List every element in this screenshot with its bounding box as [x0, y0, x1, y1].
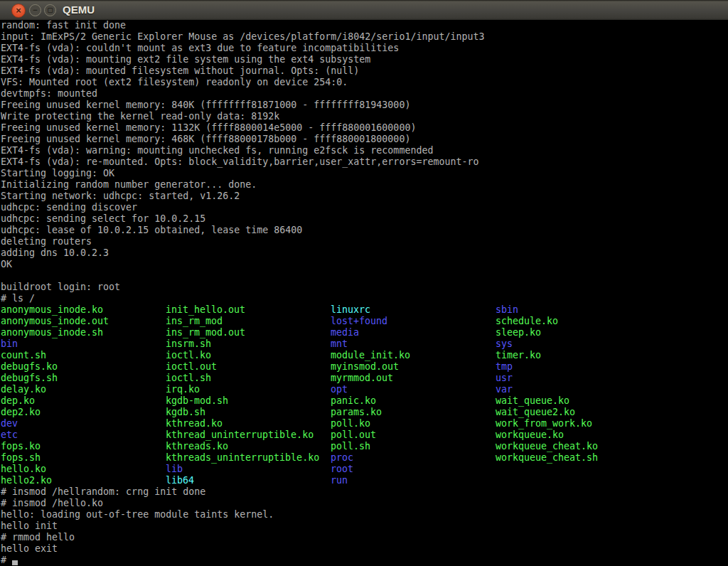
ls-entry: opt	[331, 384, 496, 395]
ls-entry: root	[331, 464, 496, 475]
terminal-line: Initializing random number generator... …	[0, 179, 728, 191]
terminal-line: hello: loading out-of-tree module taints…	[0, 509, 728, 520]
ls-entry: params.ko	[331, 407, 496, 418]
ls-entry: sys	[496, 338, 660, 350]
ls-entry: lost+found	[331, 316, 496, 327]
ls-entry: run	[331, 475, 496, 486]
ls-entry: hello.ko	[1, 464, 166, 475]
ls-entry: irq.ko	[166, 384, 331, 395]
terminal-line: bininsrm.shmntsys	[0, 338, 728, 350]
terminal-line: anonymous_inode.shins_rm_mod.outmediasle…	[0, 327, 728, 338]
terminal-line: dep.kokgdb-mod.shpanic.kowait_queue.ko	[0, 395, 728, 407]
minimize-button[interactable]: −	[29, 4, 41, 16]
ls-entry: sleep.ko	[496, 327, 660, 338]
ls-entry: anonymous_inode.sh	[1, 327, 166, 338]
terminal-line: fops.shkthreads_uninterruptible.koprocwo…	[0, 452, 728, 464]
ls-entry: ins_rm_mod.out	[166, 327, 331, 338]
terminal-line	[0, 270, 728, 282]
ls-entry: ioctl.sh	[166, 373, 331, 384]
ls-entry: dep2.ko	[1, 407, 166, 418]
terminal-cursor	[12, 560, 18, 565]
ls-entry: etc	[1, 429, 166, 441]
terminal-line: EXT4-fs (vda): warning: mounting uncheck…	[0, 145, 728, 156]
terminal-line: etckthread_uninterruptible.kopoll.outwor…	[0, 429, 728, 441]
ls-entry: ioctl.ko	[166, 350, 331, 361]
terminal-line: random: fast init done	[0, 20, 728, 31]
ls-entry: module_init.ko	[331, 350, 496, 361]
terminal[interactable]: random: fast init doneinput: ImExPS/2 Ge…	[0, 20, 728, 566]
ls-entry: fops.ko	[1, 441, 166, 452]
terminal-line: Starting network: udhcpc: started, v1.26…	[0, 191, 728, 202]
terminal-line: input: ImExPS/2 Generic Explorer Mouse a…	[0, 31, 728, 43]
ls-entry: delay.ko	[1, 384, 166, 395]
ls-entry: poll.sh	[331, 441, 496, 452]
ls-entry: panic.ko	[331, 395, 496, 407]
ls-entry: hello2.ko	[1, 475, 166, 486]
ls-entry: var	[496, 384, 660, 395]
ls-entry: usr	[496, 373, 660, 384]
terminal-line: count.shioctl.komodule_init.kotimer.ko	[0, 350, 728, 361]
ls-entry: ioctl.out	[166, 361, 331, 373]
terminal-line: hello init	[0, 520, 728, 532]
ls-entry: proc	[331, 452, 496, 464]
window-titlebar[interactable]: × − ▢ QEMU	[0, 0, 728, 20]
terminal-line: Freeing unused kernel memory: 1132K (fff…	[0, 122, 728, 134]
terminal-line: hello.kolibroot	[0, 464, 728, 475]
ls-entry: dev	[1, 418, 166, 429]
ls-entry: fops.sh	[1, 452, 166, 464]
ls-entry: kgdb-mod.sh	[166, 395, 331, 407]
terminal-line: Freeing unused kernel memory: 468K (ffff…	[0, 134, 728, 145]
ls-entry: linuxrc	[331, 304, 496, 316]
terminal-line: debugfs.shioctl.shmyrmmod.outusr	[0, 373, 728, 384]
terminal-line: fops.kokthreads.kopoll.shworkqueue_cheat…	[0, 441, 728, 452]
ls-entry: lib	[166, 464, 331, 475]
ls-entry: lib64	[166, 475, 331, 486]
ls-entry: workqueue_cheat.sh	[496, 452, 660, 464]
terminal-line: Starting logging: OK	[0, 168, 728, 179]
ls-entry: anonymous_inode.out	[1, 316, 166, 327]
ls-entry: count.sh	[1, 350, 166, 361]
terminal-line: EXT4-fs (vda): re-mounted. Opts: block_v…	[0, 156, 728, 168]
terminal-line: adding dns 10.0.2.3	[0, 247, 728, 259]
ls-entry: debugfs.ko	[1, 361, 166, 373]
terminal-line: Freeing unused kernel memory: 840K (ffff…	[0, 100, 728, 111]
terminal-line: EXT4-fs (vda): couldn't mount as ext3 du…	[0, 43, 728, 54]
ls-entry: kthread_uninterruptible.ko	[166, 429, 331, 441]
terminal-line: anonymous_inode.koinit_hello.outlinuxrcs…	[0, 304, 728, 316]
terminal-line: dep2.kokgdb.shparams.kowait_queue2.ko	[0, 407, 728, 418]
terminal-line: udhcpc: lease of 10.0.2.15 obtained, lea…	[0, 225, 728, 236]
ls-entry: ins_rm_mod	[166, 316, 331, 327]
maximize-button[interactable]: ▢	[44, 4, 56, 16]
terminal-line: EXT4-fs (vda): mounted filesystem withou…	[0, 65, 728, 77]
ls-entry: wait_queue2.ko	[496, 407, 660, 418]
terminal-line: # ls /	[0, 293, 728, 304]
ls-entry: dep.ko	[1, 395, 166, 407]
terminal-line: # insmod /hellrandom: crng init done	[0, 486, 728, 498]
ls-entry: init_hello.out	[166, 304, 331, 316]
close-button[interactable]: ×	[11, 4, 26, 18]
ls-entry: workqueue.ko	[496, 429, 660, 441]
ls-entry: kthreads.ko	[166, 441, 331, 452]
terminal-line: OK	[0, 259, 728, 270]
ls-entry: insrm.sh	[166, 338, 331, 350]
terminal-line: devkthread.kopoll.kowork_from_work.ko	[0, 418, 728, 429]
ls-entry: poll.ko	[331, 418, 496, 429]
ls-entry: tmp	[496, 361, 660, 373]
ls-entry: poll.out	[331, 429, 496, 441]
ls-entry: timer.ko	[496, 350, 660, 361]
terminal-line: devtmpfs: mounted	[0, 88, 728, 100]
ls-entry: debugfs.sh	[1, 373, 166, 384]
terminal-line: udhcpc: sending discover	[0, 202, 728, 213]
terminal-line: Write protecting the kernel read-only da…	[0, 111, 728, 122]
ls-entry: myrmmod.out	[331, 373, 496, 384]
ls-entry: wait_queue.ko	[496, 395, 660, 407]
prompt-line: #	[0, 555, 728, 566]
terminal-line: deleting routers	[0, 236, 728, 247]
terminal-line: udhcpc: sending select for 10.0.2.15	[0, 213, 728, 225]
ls-entry: mnt	[331, 338, 496, 350]
ls-entry: kthread.ko	[166, 418, 331, 429]
ls-entry: anonymous_inode.ko	[1, 304, 166, 316]
ls-entry: kgdb.sh	[166, 407, 331, 418]
terminal-line: EXT4-fs (vda): mounting ext2 file system…	[0, 54, 728, 65]
terminal-line: anonymous_inode.outins_rm_modlost+founds…	[0, 316, 728, 327]
